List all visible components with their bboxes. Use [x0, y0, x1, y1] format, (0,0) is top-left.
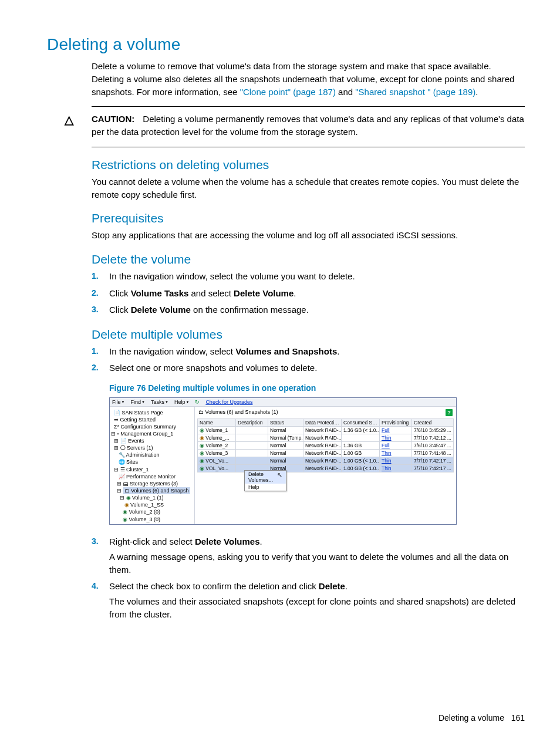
delete-volume-step-1: In the navigation window, select the vol…: [92, 270, 525, 283]
footer-page-number: 161: [511, 713, 525, 723]
cursor-icon: ↖: [277, 472, 282, 478]
nav-tree[interactable]: 📄 SAN Status Page ➡ Getting Started Σ* C…: [110, 407, 195, 524]
table-header[interactable]: Description: [236, 418, 268, 426]
table-header[interactable]: Consumed S…: [342, 418, 380, 426]
delete-multi-step-4: Select the check box to confirm the dele…: [92, 580, 525, 621]
check-upgrades-link[interactable]: Check for Upgrades: [205, 399, 252, 405]
menu-find[interactable]: Find▼: [130, 399, 144, 405]
shared-snapshot-link[interactable]: "Shared snapshot " (page 189): [355, 87, 475, 97]
footer-title: Deleting a volume: [438, 713, 504, 723]
caution-text: CAUTION:Deleting a volume permanently re…: [92, 113, 525, 139]
intro-paragraph: Delete a volume to remove that volume's …: [92, 60, 525, 98]
clone-point-link[interactable]: "Clone point" (page 187): [240, 87, 336, 97]
refresh-icon[interactable]: ↻: [195, 399, 200, 405]
delete-multiple-heading: Delete multiple volumes: [92, 328, 525, 342]
table-row[interactable]: ◉ VOL_Vo...NormalNetwork RAID-...1.00 GB…: [198, 464, 454, 472]
table-header[interactable]: Provisioning: [380, 418, 412, 426]
figure-caption: Figure 76 Deleting multiple volumes in o…: [109, 383, 525, 393]
separator: [92, 147, 525, 147]
context-help[interactable]: Help: [245, 484, 286, 491]
caution-label: CAUTION:: [92, 114, 134, 124]
delete-volume-step-2: Click Volume Tasks and select Delete Vol…: [92, 287, 525, 301]
menu-file[interactable]: File▼: [112, 399, 124, 405]
table-row[interactable]: ◉ VOL_Vo...NormalNetwork RAID-...1.00 GB…: [198, 457, 454, 464]
delete-multi-step-1: In the navigation window, select Volumes…: [92, 345, 525, 359]
intro-text-3: .: [475, 87, 478, 97]
main-panel-title: Volumes (6) and Snapshots (1): [205, 409, 278, 415]
table-header[interactable]: Name: [198, 418, 236, 426]
table-header[interactable]: Status: [268, 418, 303, 426]
prerequisites-heading: Prerequisites: [92, 211, 525, 225]
separator: [92, 106, 525, 107]
delete-multi-step-3-note: A warning message opens, asking you to v…: [109, 551, 525, 576]
table-header[interactable]: Created: [412, 418, 454, 426]
intro-text-2: and: [336, 87, 355, 97]
help-icon[interactable]: ?: [446, 409, 453, 416]
menu-tasks[interactable]: Tasks▼: [151, 399, 168, 405]
table-row[interactable]: ◉ Volume_...Normal (Temp...Network RAID-…: [198, 434, 454, 441]
table-row[interactable]: ◉ Volume_1NormalNetwork RAID-...1.36 GB …: [198, 426, 454, 434]
page-title: Deleting a volume: [47, 35, 525, 54]
restrictions-heading: Restrictions on deleting volumes: [92, 158, 525, 172]
delete-multi-step-3: Right-click and select Delete Volumes. A…: [92, 535, 525, 576]
delete-multi-step-2: Select one or more snapshots and volumes…: [92, 362, 525, 375]
volumes-table[interactable]: NameDescriptionStatusData Protecti…Consu…: [197, 418, 454, 472]
table-row[interactable]: ◉ Volume_2NormalNetwork RAID-...1.36 GBF…: [198, 441, 454, 449]
caution-body: Deleting a volume permanently removes th…: [92, 114, 524, 137]
menu-help[interactable]: Help▼: [174, 399, 189, 405]
caution-icon: △: [65, 113, 73, 127]
delete-volume-heading: Delete the volume: [92, 252, 525, 266]
table-header[interactable]: Data Protecti…: [303, 418, 342, 426]
delete-volume-step-3: Click Delete Volume on the confirmation …: [92, 303, 525, 317]
table-row[interactable]: ◉ Volume_3NormalNetwork RAID-...1.00 GBT…: [198, 449, 454, 457]
figure-screenshot: File▼ Find▼ Tasks▼ Help▼ ↻ Check for Upg…: [109, 397, 457, 525]
restrictions-text: You cannot delete a volume when the volu…: [92, 175, 525, 201]
page-footer: Deleting a volume 161: [438, 713, 525, 723]
delete-multi-step-4-note: The volumes and their associated snapsho…: [109, 595, 525, 621]
prerequisites-text: Stop any applications that are accessing…: [92, 229, 525, 242]
